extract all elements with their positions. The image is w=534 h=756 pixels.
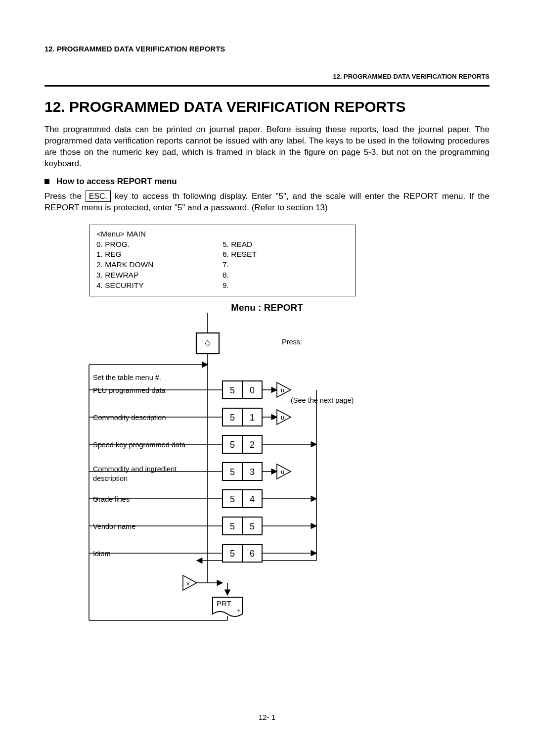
page-number: 12- 1 — [0, 713, 534, 721]
svg-text:u: u — [281, 414, 284, 421]
svg-text:5: 5 — [230, 413, 235, 423]
row-label-6: Vendor name — [93, 522, 135, 530]
svg-text:5: 5 — [250, 521, 255, 531]
svg-text:6: 6 — [250, 549, 255, 559]
row-label-2: Commodity description — [93, 414, 166, 422]
press-label: Press: — [282, 338, 302, 346]
svg-text:PRT: PRT — [217, 599, 231, 608]
menu-col-right: 5. READ 6. RESET 7. 8. 9. — [222, 239, 349, 291]
svg-text:3: 3 — [250, 467, 255, 477]
menu-title-line: <Menu> MAIN — [96, 229, 349, 239]
svg-text:4: 4 — [250, 494, 255, 504]
svg-text:u: u — [281, 468, 284, 475]
p2b: key to access th following display. Ente… — [44, 191, 490, 212]
flow-title: Menu : REPORT — [44, 302, 490, 313]
svg-text:5: 5 — [230, 467, 235, 477]
subheading: How to access REPORT menu — [56, 177, 177, 187]
menu-col-left: 0. PROG. 1. REG 2. MARK DOWN 3. REWRAP 4… — [96, 239, 222, 291]
svg-text:1: 1 — [250, 413, 255, 423]
svg-text:5: 5 — [230, 440, 235, 450]
p2a: Press the — [44, 191, 86, 201]
svg-text:5: 5 — [230, 494, 235, 504]
row-label-0: Set the table menu #. — [93, 374, 161, 381]
flowchart: 5 0 u 5 1 u — [44, 313, 490, 630]
svg-text:*: * — [237, 608, 240, 615]
row-label-7: Idiom — [93, 550, 110, 558]
svg-text:u: u — [281, 386, 284, 394]
see-next-label: (See the next page) — [291, 396, 354, 404]
svg-text:v: v — [186, 579, 190, 587]
svg-text:5: 5 — [230, 385, 235, 395]
header-left: 12. PROGRAMMED DATA VERIFICATION REPORTS — [44, 45, 490, 53]
menu-display-box: <Menu> MAIN 0. PROG. 1. REG 2. MARK DOWN… — [89, 225, 356, 297]
page-title: 12. PROGRAMMED DATA VERIFICATION REPORTS — [44, 98, 490, 115]
bullet-icon — [44, 179, 49, 184]
header-right: 12. PROGRAMMED DATA VERIFICATION REPORTS — [44, 73, 490, 80]
svg-text:5: 5 — [230, 521, 235, 531]
row-label-5: Grade lines — [93, 495, 130, 503]
row-label-4: Commodity and ingredient description — [93, 465, 177, 483]
subheading-row: How to access REPORT menu — [44, 177, 490, 187]
svg-text:2: 2 — [250, 440, 255, 450]
svg-text:0: 0 — [250, 385, 255, 395]
esc-key: ESC. — [86, 190, 111, 202]
row-label-3: Speed key programmed data — [93, 441, 185, 449]
svg-rect-1 — [196, 333, 219, 354]
row-label-1: PLU programmed data — [93, 386, 166, 394]
access-paragraph: Press the ESC. key to access th followin… — [44, 190, 490, 214]
intro-paragraph: The programmed data can be printed on jo… — [44, 124, 490, 170]
svg-text:5: 5 — [230, 549, 235, 559]
header-rule — [44, 85, 490, 87]
